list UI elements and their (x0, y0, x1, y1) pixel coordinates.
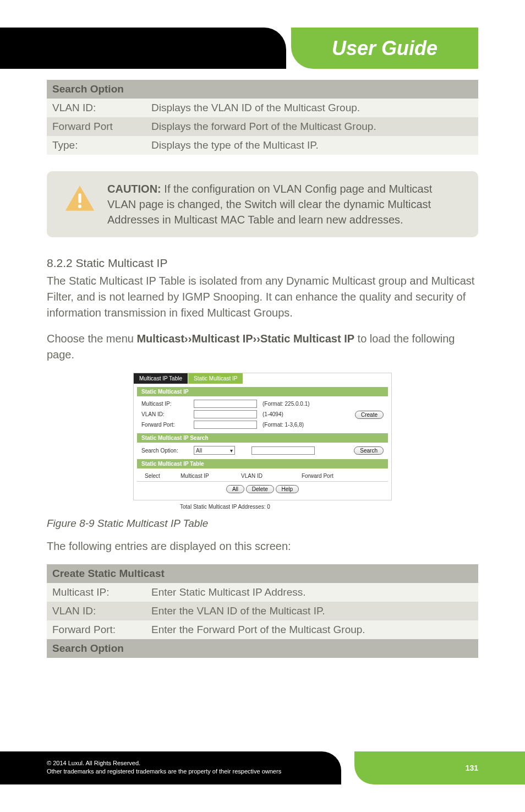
t2-r2-label: VLAN ID: (47, 602, 146, 620)
header-green-band: User Guide (291, 28, 478, 69)
table1-header: Search Option (47, 80, 478, 99)
table2-header2: Search Option (47, 639, 478, 658)
fig-search-input[interactable] (251, 446, 315, 455)
fig-delete-button[interactable]: Delete (246, 485, 274, 493)
figure-wrap: Multicast IP Table Static Multicast IP S… (47, 373, 478, 510)
t2-r2-desc: Enter the VLAN ID of the Multicast IP. (146, 602, 478, 620)
fig-help-button[interactable]: Help (276, 485, 299, 493)
fig-search-button[interactable]: Search (354, 446, 384, 455)
t1-r2-desc: Displays the forward Port of the Multica… (146, 117, 478, 136)
page-number: 131 (466, 764, 478, 772)
header-title: User Guide (332, 37, 438, 60)
fig-tab-table[interactable]: Multicast IP Table (134, 373, 188, 384)
p2b: Multicast››Multicast IP››Static Multicas… (136, 333, 354, 345)
table2-header1: Create Static Multicast (47, 564, 478, 583)
fig-create-button[interactable]: Create (355, 411, 384, 419)
fig-r1-hint: (Format: 225.0.0.1) (262, 401, 310, 407)
footer-right: 131 (354, 751, 525, 784)
warning-icon (64, 184, 95, 212)
fig-search-label: Search Option: (141, 448, 194, 454)
section-p2: Choose the menu Multicast››Multicast IP›… (47, 331, 478, 363)
fig-vlan-id-input[interactable] (194, 410, 257, 418)
fig-sec3-title: Static Multicast IP Table (137, 459, 388, 468)
t2-r3-label: Forward Port: (47, 620, 146, 639)
figure-caption: Figure 8-9 Static Multicast IP Table (47, 517, 478, 530)
section-heading: 8.2.2 Static Multicast IP (47, 257, 478, 270)
svg-rect-0 (78, 193, 81, 203)
t2-r1-label: Multicast IP: (47, 583, 146, 602)
chevron-down-icon: ▾ (230, 448, 233, 454)
fig-th2: Multicast IP (181, 473, 241, 479)
fig-th3: VLAN ID (241, 473, 302, 479)
search-option-table: Search Option VLAN ID: Displays the VLAN… (47, 80, 478, 155)
fig-r3-label: Forward Port: (141, 422, 194, 428)
fig-tab-static[interactable]: Static Multicast IP (188, 373, 243, 384)
t1-r3-label: Type: (47, 136, 146, 155)
fig-sec2-title: Static Multicast IP Search (137, 433, 388, 443)
caution-box: CAUTION: If the configuration on VLAN Co… (47, 171, 478, 237)
t2-r3-desc: Enter the Forward Port of the Multicast … (146, 620, 478, 639)
section-p1: The Static Multicast IP Table is isolate… (47, 273, 478, 321)
fig-select-value: All (196, 448, 202, 454)
header-black-band (0, 28, 286, 69)
t2-r1-desc: Enter Static Multicast IP Address. (146, 583, 478, 602)
entries-intro: The following entries are displayed on t… (47, 538, 478, 554)
fig-footer-note: Total Static Multicast IP Addresses: 0 (180, 504, 478, 510)
figure-screenshot: Multicast IP Table Static Multicast IP S… (133, 373, 392, 500)
t1-r2-label: Forward Port (47, 117, 146, 136)
footer-left: © 2014 Luxul. All Rights Reserved. Other… (0, 751, 341, 784)
fig-r3-hint: (Format: 1-3,6,8) (262, 422, 304, 428)
fig-sec1-title: Static Multicast IP (137, 387, 388, 396)
fig-forward-port-input[interactable] (194, 421, 257, 429)
t1-r1-label: VLAN ID: (47, 99, 146, 117)
footer-line2: Other trademarks and registered trademar… (47, 767, 341, 776)
fig-r2-label: VLAN ID: (141, 411, 194, 417)
fig-multicast-ip-input[interactable] (194, 400, 257, 408)
fig-r1-label: Multicast IP: (141, 401, 194, 407)
fig-table-header: Select Multicast IP VLAN ID Forward Port (137, 471, 388, 482)
create-static-table: Create Static Multicast Multicast IP: En… (47, 564, 478, 658)
fig-th1: Select (145, 473, 181, 479)
page-footer: © 2014 Luxul. All Rights Reserved. Other… (0, 751, 525, 784)
fig-th4: Forward Port (302, 473, 380, 479)
fig-r2-hint: (1-4094) (262, 411, 283, 417)
p2a: Choose the menu (47, 333, 136, 345)
fig-search-select[interactable]: All ▾ (194, 446, 235, 455)
caution-label: CAUTION: (107, 183, 161, 195)
t1-r1-desc: Displays the VLAN ID of the Multicast Gr… (146, 99, 478, 117)
fig-all-button[interactable]: All (226, 485, 244, 493)
footer-line1: © 2014 Luxul. All Rights Reserved. (47, 759, 341, 767)
t1-r3-desc: Displays the type of the Multicast IP. (146, 136, 478, 155)
page-header: User Guide (0, 0, 525, 80)
svg-point-1 (78, 205, 81, 208)
